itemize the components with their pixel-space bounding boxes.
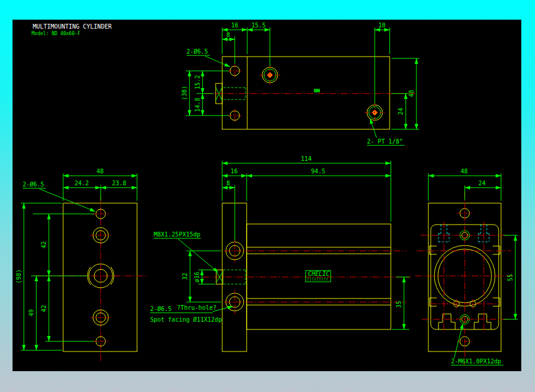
logo-text: CHELIC	[308, 270, 329, 277]
dim-16: 16	[231, 168, 238, 175]
dim-98: (98)	[15, 269, 22, 284]
callout-mount-holes: 2-Ø6.5	[23, 181, 44, 188]
cad-drawing-sheet: MULTIMOUNTING CYLINDER Model: ND 40x60-F	[0, 0, 535, 392]
drawing-model: Model: ND 40x60-F	[32, 31, 80, 36]
callout-rod-thread: M8X1.25PX15dp	[154, 231, 200, 238]
drawing-title: MULTIMOUNTING CYLINDER	[33, 23, 112, 30]
dim-8: 8	[226, 32, 230, 38]
dim-55: 55	[507, 274, 514, 281]
brand-mark	[314, 89, 320, 92]
dim-30: (30)	[181, 86, 188, 100]
dim-35: 35	[396, 301, 402, 308]
callout-thru-hole-note: ?Thru-hole?	[177, 304, 216, 311]
dim-24: 24	[478, 180, 486, 186]
dim-rod-dia: ø16	[194, 272, 200, 282]
dim-10: 10	[378, 22, 385, 29]
callout-ports: 2- PT 1/8"	[367, 138, 403, 145]
dim-15-5: 15.5	[251, 22, 266, 29]
dim-48: 48	[97, 168, 104, 175]
dim-42-upper: 42	[41, 241, 47, 248]
dim-32: 32	[182, 273, 188, 280]
cad-application-window: MULTIMOUNTING CYLINDER Model: ND 40x60-F	[0, 0, 535, 392]
dim-42-lower: 42	[41, 305, 47, 312]
dim-15-2: 15.2	[194, 75, 201, 89]
dim-48: 48	[461, 168, 468, 175]
dim-24: 24	[397, 108, 404, 115]
dim-8: 8	[226, 180, 230, 186]
callout-thru-hole: 2-Ø6.5	[150, 306, 172, 312]
dim-14-8: 14.8	[194, 98, 201, 112]
dim-48: 48	[408, 90, 415, 97]
callout-spotface: Spot facing Ø11X12dp	[150, 316, 222, 323]
dim-24-2: 24.2	[74, 180, 89, 186]
dim-23-8: 23.8	[112, 180, 126, 186]
dim-94-5: 94.5	[311, 168, 325, 175]
dim-16: 16	[231, 22, 238, 29]
callout-mount-holes: 2-Ø6.5	[186, 48, 208, 55]
dim-114: 114	[301, 155, 312, 162]
dim-49: 49	[28, 309, 35, 316]
callout-mount-thread: 2-M6X1.0PX12dp	[451, 358, 501, 365]
drawing-canvas	[13, 20, 521, 371]
